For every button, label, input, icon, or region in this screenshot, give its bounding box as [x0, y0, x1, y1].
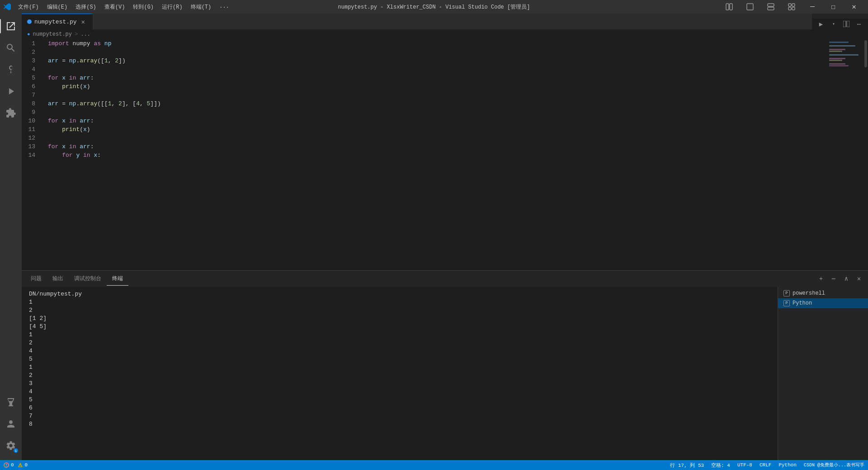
breadcrumb: ● numpytest.py > ... [22, 29, 868, 39]
menu-more[interactable]: ... [216, 2, 233, 12]
scrollbar-thumb[interactable] [864, 40, 867, 67]
code-editor[interactable]: 1 2 3 4 5 6 7 8 9 10 11 12 13 14 [22, 39, 868, 270]
activity-extensions[interactable] [0, 102, 22, 124]
app-body: 1 numpytest.py ✕ ▶ ▾ ⋯ ● [0, 14, 868, 460]
title-bar: 文件(F) 编辑(E) 选择(S) 查看(V) 转到(G) 运行(R) 终端(T… [0, 0, 868, 14]
terminal-line-path: DN/numpytest.py [29, 290, 770, 298]
ln-9: 9 [22, 108, 41, 117]
editor-scrollbar[interactable] [863, 39, 868, 270]
panel-tab-debug[interactable]: 调试控制台 [69, 272, 107, 285]
svg-rect-0 [726, 4, 729, 10]
close-button[interactable]: ✕ [844, 0, 864, 14]
terminal-line-8: 5 [29, 355, 770, 363]
ln-2: 2 [22, 48, 41, 56]
panel-tab-terminal[interactable]: 终端 [107, 272, 128, 286]
code-line-9 [48, 108, 827, 117]
status-eol[interactable]: CRLF [756, 460, 775, 470]
tab-numpytest[interactable]: numpytest.py ✕ [22, 14, 93, 29]
run-button[interactable]: ▶ [816, 19, 826, 29]
terminal-output[interactable]: DN/numpytest.py 1 2 [1 2] [4 5] 1 2 4 5 … [22, 287, 778, 460]
code-line-11: print(x) [48, 125, 827, 134]
terminal-python-label: Python [793, 300, 812, 306]
breadcrumb-more[interactable]: ... [80, 31, 90, 38]
panel-tabs-right: + ⋯ ∧ ✕ [816, 273, 864, 284]
layout-icon2[interactable] [740, 0, 760, 14]
svg-rect-5 [788, 4, 791, 6]
svg-rect-6 [792, 4, 795, 6]
menu-run[interactable]: 运行(R) [158, 2, 186, 12]
svg-rect-4 [768, 7, 774, 10]
code-line-1: import numpy as np [48, 39, 827, 48]
panel-area: 问题 输出 调试控制台 终端 + ⋯ ∧ ✕ DN/numpyt [22, 270, 868, 460]
terminal-powershell[interactable]: P powershell [778, 288, 868, 298]
terminal-line-4: [4 5] [29, 323, 770, 331]
ln-7: 7 [22, 91, 41, 99]
panel-tabs-left: 问题 输出 调试控制台 终端 [25, 272, 128, 286]
status-spaces[interactable]: 空格: 4 [708, 460, 734, 470]
panel-tab-output[interactable]: 输出 [47, 272, 69, 285]
terminal-more-button[interactable]: ⋯ [828, 273, 839, 284]
menu-file[interactable]: 文件(F) [14, 2, 42, 12]
activity-flask[interactable] [0, 391, 22, 413]
status-bar: 0 0 行 17, 列 53 空格: 4 UTF-8 CRLF Python C… [0, 460, 868, 470]
menu-goto[interactable]: 转到(G) [129, 2, 157, 12]
menu-edit[interactable]: 编辑(E) [43, 2, 71, 12]
split-editor-button[interactable] [841, 19, 852, 29]
tab-label: numpytest.py [34, 19, 77, 25]
panel-close-button[interactable]: ✕ [854, 273, 864, 284]
activity-explorer[interactable] [0, 15, 22, 37]
activity-settings[interactable]: 1 [0, 435, 22, 456]
layout-icon4[interactable] [781, 0, 802, 14]
tab-close-button[interactable]: ✕ [80, 18, 87, 25]
svg-rect-1 [730, 4, 732, 10]
terminal-powershell-label: powershell [793, 290, 825, 296]
code-line-2 [48, 48, 827, 56]
terminal-line-5: 1 [29, 331, 770, 339]
code-line-4 [48, 65, 827, 74]
terminal-line-10: 2 [29, 371, 770, 380]
status-position[interactable]: 行 17, 列 53 [666, 460, 708, 470]
code-line-8: arr = np.array([[1, 2], [4, 5]]) [48, 99, 827, 108]
breadcrumb-filename[interactable]: numpytest.py [33, 31, 72, 38]
editor-actions: ▶ ▾ ⋯ [812, 19, 868, 29]
breadcrumb-sep: > [75, 31, 78, 38]
line-numbers: 1 2 3 4 5 6 7 8 9 10 11 12 13 14 [22, 39, 44, 270]
menu-terminal[interactable]: 终端(T) [187, 2, 215, 12]
terminal-line-1: 1 [29, 298, 770, 306]
menu-view[interactable]: 查看(V) [101, 2, 129, 12]
code-line-3: arr = np.array([1, 2]) [48, 56, 827, 65]
tab-bar: numpytest.py ✕ ▶ ▾ ⋯ [22, 14, 868, 29]
code-content[interactable]: import numpy as np arr = np.array([1, 2]… [44, 39, 827, 270]
menu-items: 文件(F) 编辑(E) 选择(S) 查看(V) 转到(G) 运行(R) 终端(T… [14, 2, 233, 12]
activity-bar: 1 [0, 14, 22, 460]
layout-icon3[interactable] [760, 0, 781, 14]
code-line-10: for x in arr: [48, 117, 827, 125]
layout-icon[interactable] [719, 0, 740, 14]
status-extra: CSDN @免费最小...表书写手 [800, 460, 868, 470]
svg-rect-9 [843, 21, 846, 27]
minimize-button[interactable]: — [802, 0, 823, 14]
activity-run[interactable] [0, 80, 22, 102]
activity-source-control[interactable] [0, 59, 22, 80]
breadcrumb-icon: ● [27, 32, 30, 37]
maximize-button[interactable]: ☐ [823, 0, 844, 14]
status-errors[interactable]: 0 0 [0, 460, 31, 470]
terminal-line-12: 4 [29, 388, 770, 396]
panel-maximize-button[interactable]: ∧ [841, 273, 852, 284]
status-encoding[interactable]: UTF-8 [734, 460, 756, 470]
panel-tab-problems[interactable]: 问题 [25, 272, 47, 285]
warning-count: 0 [25, 462, 28, 468]
terminal-python[interactable]: P Python [778, 298, 868, 308]
activity-search[interactable] [0, 37, 22, 59]
ln-13: 13 [22, 142, 41, 151]
svg-rect-2 [747, 4, 753, 10]
new-terminal-button[interactable]: + [816, 273, 826, 284]
status-language[interactable]: Python [775, 460, 800, 470]
terminal-container: DN/numpytest.py 1 2 [1 2] [4 5] 1 2 4 5 … [22, 287, 868, 460]
run-dropdown[interactable]: ▾ [828, 19, 839, 29]
activity-account[interactable] [0, 413, 22, 435]
menu-select[interactable]: 选择(S) [72, 2, 100, 12]
more-actions-button[interactable]: ⋯ [854, 19, 864, 29]
terminal-line-6: 2 [29, 339, 770, 347]
window-controls: — ☐ ✕ [719, 0, 864, 14]
